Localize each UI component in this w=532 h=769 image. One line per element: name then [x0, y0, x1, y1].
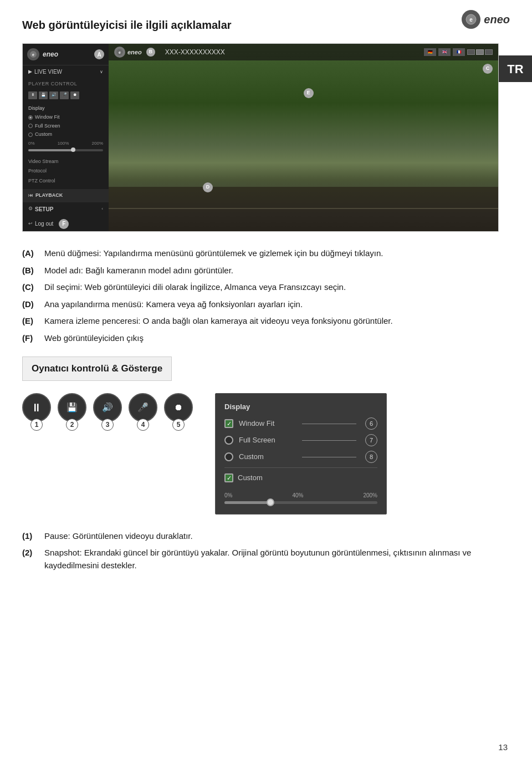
- num-label-1: (1): [22, 530, 38, 543]
- cam-logout-label: Log out: [35, 220, 53, 228]
- chevron-down-icon: ∨: [100, 69, 103, 75]
- eneo-logo-text: eneo: [484, 11, 510, 28]
- chevron-left-icon: ‹: [101, 206, 103, 212]
- player-btn-num-4: 4: [137, 419, 149, 431]
- cam-mic-btn: 🎤: [60, 91, 69, 99]
- svg-text:e: e: [119, 50, 121, 54]
- pause-icon: ⏸: [31, 399, 42, 416]
- player-snapshot-button[interactable]: 💾 2: [58, 393, 86, 422]
- badge-a: A: [94, 49, 104, 59]
- dp-custom-checked-label: Custom: [238, 472, 377, 483]
- snapshot-icon: 💾: [66, 401, 78, 414]
- desc-item-a: (A) Menü düğmesi: Yapılandırma menüsünü …: [22, 247, 510, 260]
- dp-num-7: 7: [365, 434, 377, 446]
- desc-label-a: (A): [22, 247, 38, 260]
- dp-window-fit-checkbox[interactable]: ✓: [224, 419, 233, 428]
- cam-playback: ⏮ PLAYBACK: [23, 189, 109, 202]
- desc-item-c: (C) Dil seçimi: Web görüntüleyici dili o…: [22, 281, 510, 294]
- desc-label-b: (B): [22, 264, 38, 277]
- player-pause-button[interactable]: ⏸ 1: [22, 393, 51, 422]
- description-list: (A) Menü düğmesi: Yapılandırma menüsünü …: [22, 247, 510, 344]
- cam-display-section: Display Window Fit Full Screen Custom 0%…: [23, 103, 109, 156]
- dp-slider-track[interactable]: [224, 501, 377, 504]
- display-panel-title: Display: [224, 401, 377, 412]
- dp-window-fit-label: Window Fit: [239, 418, 293, 429]
- cam-video-area: e eneo B XXX-XXXXXXXXXX 🇩🇪 🇬🇧 🇫🇷: [109, 44, 498, 231]
- eneo-logo-header: e eneo: [462, 10, 510, 29]
- player-record-button[interactable]: ⏺ 5: [164, 393, 193, 422]
- desc-text-d: Ana yapılandırma menüsü: Kamera veya ağ …: [44, 298, 303, 311]
- num-desc-item-2: (2) Snapshot: Ekrandaki güncel bir görün…: [22, 547, 510, 572]
- numbered-desc-list: (1) Pause: Görüntülenen videoyu duraklat…: [22, 530, 510, 572]
- dp-full-screen-row[interactable]: Full Screen 7: [224, 434, 377, 446]
- dp-divider: [224, 467, 377, 468]
- logout-icon: ↩: [28, 220, 33, 228]
- cam-custom-radio: [28, 133, 33, 137]
- page-number: 13: [498, 741, 508, 754]
- dp-slider-val-label: 40%: [292, 491, 303, 500]
- dp-full-screen-label: Full Screen: [239, 435, 293, 446]
- flag-de: 🇩🇪: [424, 48, 436, 56]
- cam-video-stream: Video Stream: [28, 157, 103, 167]
- cam-rec-btn: ⏺: [70, 91, 79, 99]
- dp-custom-checkbox[interactable]: ✓: [224, 473, 233, 482]
- cam-window-fit-row: Window Fit: [28, 114, 103, 121]
- desc-text-c: Dil seçimi: Web görüntüleyici dili olara…: [44, 281, 346, 294]
- cam-window-fit-radio: [28, 115, 33, 120]
- checkmark-icon: ✓: [227, 419, 232, 429]
- cam-custom-row: Custom: [28, 131, 103, 139]
- svg-text:e: e: [32, 53, 34, 57]
- playback-icon: ⏮: [28, 192, 33, 200]
- desc-item-f: (F) Web görüntüleyiciden çıkış: [22, 332, 510, 345]
- camera-icon: ▶: [28, 68, 32, 76]
- cam-road-line: [109, 208, 498, 209]
- desc-text-e: Kamera izleme penceresi: O anda bağlı ol…: [44, 315, 393, 328]
- cam-sidebar: e eneo A ▶ LIVE VIEW ∨ Player Control ⏸ …: [23, 44, 109, 231]
- dp-slider-min: 0%: [224, 491, 232, 500]
- eneo-logo-icon: e: [462, 10, 480, 29]
- cam-save-btn: 💾: [39, 91, 48, 99]
- desc-item-d: (D) Ana yapılandırma menüsü: Kamera veya…: [22, 298, 510, 311]
- desc-item-e: (E) Kamera izleme penceresi: O anda bağl…: [22, 315, 510, 328]
- gear-icon: ⚙: [28, 205, 33, 213]
- player-btn-num-1: 1: [30, 419, 43, 431]
- cam-logo-label: eneo: [43, 49, 58, 59]
- player-display-row: ⏸ 1 💾 2 🔊 3 🎤 4: [22, 393, 510, 515]
- desc-text-a: Menü düğmesi: Yapılandırma menüsünü görü…: [44, 247, 383, 260]
- player-section-heading: Oynatıcı kontrolü & Gösterge: [22, 357, 172, 381]
- desc-label-d: (D): [22, 298, 38, 311]
- cam-playback-label: PLAYBACK: [35, 192, 63, 200]
- badge-e-ui: E: [304, 88, 314, 98]
- desc-label-f: (F): [22, 332, 38, 345]
- player-mic-button[interactable]: 🎤 4: [129, 393, 157, 422]
- cam-full-screen-row: Full Screen: [28, 123, 103, 130]
- desc-text-b: Model adı: Bağlı kameranın model adını g…: [44, 264, 233, 277]
- cam-full-screen-radio: [28, 124, 33, 128]
- flag-fr: 🇫🇷: [453, 48, 465, 56]
- page-title: Web görüntüleyicisi ile ilgili açıklamal…: [22, 17, 510, 33]
- dp-line-2: [302, 440, 356, 441]
- language-badge: TR: [499, 55, 532, 82]
- player-audio-button[interactable]: 🔊 3: [93, 393, 122, 422]
- cam-slider: [28, 149, 103, 151]
- cam-player-controls: ⏸ 💾 🔊 🎤 ⏺: [23, 89, 109, 103]
- dp-num-6: 6: [365, 417, 377, 430]
- desc-label-e: (E): [22, 315, 38, 328]
- num-text-2: Snapshot: Ekrandaki güncel bir görüntüyü…: [44, 547, 510, 572]
- display-panel: Display ✓ Window Fit 6 Full Screen 7: [215, 393, 387, 515]
- dp-full-screen-radio[interactable]: [224, 436, 233, 445]
- dp-window-fit-row[interactable]: ✓ Window Fit 6: [224, 417, 377, 430]
- dp-custom-radio[interactable]: [224, 452, 233, 461]
- dp-custom-radio-row[interactable]: Custom 8: [224, 451, 377, 463]
- cam-ui-btns: [467, 49, 493, 55]
- cam-player-control-label: Player Control: [23, 78, 109, 89]
- cam-logo-small: e: [27, 48, 39, 60]
- badge-d-ui: D: [203, 182, 213, 192]
- cam-ui-btn3: [485, 49, 493, 55]
- player-btn-num-3: 3: [101, 419, 114, 431]
- dp-slider-thumb[interactable]: [267, 498, 274, 506]
- desc-item-b: (B) Model adı: Bağlı kameranın model adı…: [22, 264, 510, 277]
- desc-text-f: Web görüntüleyiciden çıkış: [44, 332, 144, 345]
- cam-live-view: ▶ LIVE VIEW ∨: [23, 65, 109, 78]
- cam-ui-btn1: [467, 49, 475, 55]
